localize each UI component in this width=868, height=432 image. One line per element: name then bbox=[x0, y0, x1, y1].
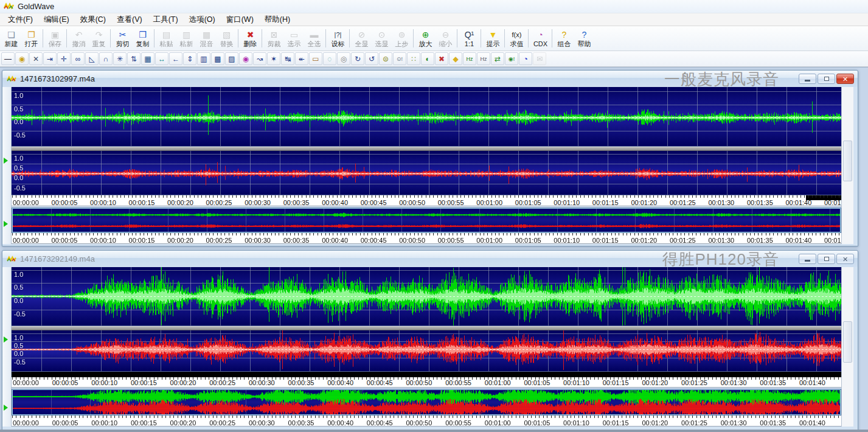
close-button[interactable]: ✕ bbox=[836, 74, 854, 84]
time-label: 00:00:00 bbox=[13, 379, 39, 386]
fx-matrix-x-icon[interactable]: ▩ bbox=[211, 52, 224, 65]
fx-knob-icon[interactable]: ◎ bbox=[337, 52, 350, 65]
fx-noise-icon[interactable]: ✶ bbox=[267, 52, 280, 65]
cdx-icon: ◔ bbox=[538, 30, 543, 40]
fx-balance-icon[interactable]: ◐ bbox=[421, 52, 434, 65]
fx-fit-width-icon[interactable]: ↔ bbox=[155, 52, 168, 65]
channel-separator[interactable] bbox=[12, 147, 841, 151]
toolbar-copy-button[interactable]: ❒复制 bbox=[133, 27, 153, 50]
window-titlebar[interactable]: 1471673292149.m4a 得胜PH120录音 ✕ bbox=[2, 251, 858, 267]
fx-nodes-icon[interactable]: ∷ bbox=[407, 52, 420, 65]
toolbar-zoom-1-1-button[interactable]: Q¹1:1 bbox=[459, 27, 479, 50]
toolbar-evaluate-button[interactable]: f(x)求值 bbox=[507, 27, 527, 50]
fx-volume-flat-icon[interactable]: — bbox=[1, 52, 15, 65]
fx-collide-icon[interactable]: ↹ bbox=[281, 52, 294, 65]
overview-time-axis[interactable]: 00:00:0000:00:0500:00:1000:00:1500:00:20… bbox=[12, 416, 841, 427]
toolbar-group-button[interactable]: ?组合 bbox=[554, 27, 574, 50]
set-marker-icon: |?| bbox=[335, 30, 342, 40]
toolbar-delete-button[interactable]: ✖删除 bbox=[240, 27, 260, 50]
menu-item-4[interactable]: 工具(T) bbox=[148, 13, 184, 26]
toolbar-select-view-button: ▭选示 bbox=[284, 27, 304, 50]
restore-button[interactable] bbox=[818, 74, 835, 84]
fx-mechanize-icon[interactable]: ✳ bbox=[113, 52, 127, 65]
fx-matrix-m-icon[interactable]: ▨ bbox=[225, 52, 238, 65]
close-button[interactable]: ✕ bbox=[836, 254, 854, 264]
toolbar-separator bbox=[456, 27, 459, 50]
fx-equalizer-icon[interactable]: ▦ bbox=[141, 52, 155, 65]
toolbar-set-marker-button[interactable]: |?|设标 bbox=[328, 27, 348, 50]
toolbar-new-button[interactable]: ❏新建 bbox=[1, 27, 21, 50]
toolbar-open-button[interactable]: ❐打开 bbox=[21, 27, 41, 50]
vertical-scrollbar[interactable] bbox=[841, 267, 853, 427]
minimize-button[interactable] bbox=[799, 74, 816, 84]
menu-item-2[interactable]: 效果(C) bbox=[75, 13, 111, 26]
toolbar-button-label: 混音 bbox=[200, 40, 214, 47]
overview-waveform[interactable] bbox=[12, 208, 841, 232]
menu-item-0[interactable]: 文件(F) bbox=[2, 13, 38, 26]
time-label: 00:01:05 bbox=[524, 419, 550, 427]
fx-prism-icon[interactable]: ◆ bbox=[449, 52, 462, 65]
time-axis[interactable]: 00:00:0000:00:0500:00:1000:00:1500:00:20… bbox=[12, 195, 841, 206]
left-channel-waveform[interactable] bbox=[12, 267, 841, 326]
menu-item-5[interactable]: 选项(O) bbox=[184, 13, 221, 26]
fx-maximize-icon[interactable]: ✛ bbox=[57, 52, 71, 65]
time-label: 00:00:05 bbox=[52, 237, 78, 244]
fx-dynamics-icon[interactable]: ◉ bbox=[15, 52, 29, 65]
fx-spectrum-eye-icon[interactable]: ◉ bbox=[239, 52, 252, 65]
fx-magnify-icon[interactable]: ◌ bbox=[323, 52, 336, 65]
overview-time-axis[interactable]: 00:00:0000:00:0500:00:1000:00:1500:00:20… bbox=[12, 233, 841, 244]
toolbar-hints-button[interactable]: ▼提示 bbox=[483, 27, 503, 50]
fx-hz-shift-icon[interactable]: Hz bbox=[477, 52, 490, 65]
time-axis[interactable]: 00:00:0000:00:0500:00:1000:00:1500:00:20… bbox=[12, 372, 841, 388]
fx-expand-vert-icon[interactable]: ⇕ bbox=[183, 52, 196, 65]
undo-icon: ↶ bbox=[75, 30, 83, 40]
restore-button[interactable] bbox=[818, 254, 835, 264]
toolbar-help-button[interactable]: ?帮助 bbox=[574, 27, 594, 50]
toolbar-zoom-in-button[interactable]: ⊕放大 bbox=[415, 27, 436, 50]
fx-lamp-icon[interactable]: ⊜ bbox=[379, 52, 392, 65]
time-label: 00:01:10 bbox=[554, 199, 580, 206]
fx-doppler-icon[interactable]: ∩ bbox=[99, 52, 113, 65]
overview-waveform[interactable] bbox=[12, 389, 841, 415]
fx-offset-icon[interactable]: ⇅ bbox=[127, 52, 141, 65]
fx-status-icon[interactable]: ◉! bbox=[505, 52, 518, 65]
left-channel-waveform[interactable] bbox=[12, 87, 841, 146]
fx-expression-icon[interactable]: ✕ bbox=[29, 52, 43, 65]
mix-icon: ▦ bbox=[203, 30, 210, 40]
fx-route-icon[interactable]: ↝ bbox=[253, 52, 266, 65]
channel-separator[interactable] bbox=[12, 326, 841, 330]
fx-hz-play-icon[interactable]: Hz bbox=[463, 52, 476, 65]
toolbar-cdx-button[interactable]: ◔CDX bbox=[530, 27, 550, 50]
scrollbar-thumb[interactable] bbox=[843, 141, 852, 181]
fx-stairs-icon[interactable]: ▥ bbox=[197, 52, 210, 65]
fx-time-forward-icon[interactable]: ↻ bbox=[351, 52, 364, 65]
toolbar-cut-button[interactable]: ✂剪切 bbox=[113, 27, 133, 50]
menu-item-1[interactable]: 编辑(E) bbox=[38, 13, 75, 26]
time-label: 00:01:15 bbox=[603, 379, 629, 386]
fx-time-back-icon[interactable]: ↺ bbox=[365, 52, 378, 65]
fx-goto-end-icon[interactable]: ⇥ bbox=[43, 52, 57, 65]
fx-steps-icon[interactable]: ↞ bbox=[295, 52, 308, 65]
fx-shape-icon[interactable]: ◺ bbox=[85, 52, 99, 65]
fx-swap-channels-icon[interactable]: ⇄ bbox=[491, 52, 504, 65]
delete-icon: ✖ bbox=[247, 30, 254, 40]
fx-clock-icon[interactable]: ◔ bbox=[519, 52, 532, 65]
fx-alert-circle-icon[interactable]: ⊙! bbox=[393, 52, 406, 65]
fx-arrow-left-icon[interactable]: ← bbox=[169, 52, 182, 65]
menu-item-6[interactable]: 窗口(W) bbox=[221, 13, 259, 26]
window-title: 1471673102997.m4a bbox=[20, 74, 95, 83]
window-titlebar[interactable]: 1471673102997.m4a 一般麦克风录音 ✕ bbox=[2, 71, 858, 87]
menu-item-7[interactable]: 帮助(H) bbox=[259, 13, 296, 26]
vertical-scrollbar[interactable] bbox=[841, 87, 853, 244]
minimize-button[interactable] bbox=[799, 254, 816, 264]
fx-link-icon[interactable]: ∞ bbox=[71, 52, 85, 65]
left-gutter bbox=[2, 267, 12, 427]
right-channel-waveform[interactable] bbox=[12, 330, 841, 371]
time-label: 00:01:30 bbox=[708, 199, 734, 206]
right-channel-waveform[interactable] bbox=[12, 151, 841, 195]
scrollbar-thumb[interactable] bbox=[843, 321, 852, 363]
menu-item-3[interactable]: 查看(V) bbox=[111, 13, 148, 26]
fx-mute-lips-icon[interactable]: ✖ bbox=[435, 52, 448, 65]
fx-pan-bar-icon[interactable]: ▭ bbox=[309, 52, 322, 65]
app-titlebar[interactable]: GoldWave bbox=[0, 0, 868, 13]
